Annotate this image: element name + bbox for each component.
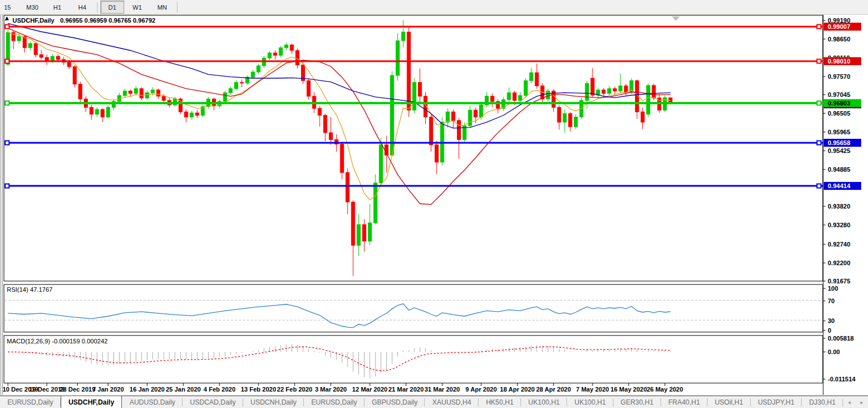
timeframe-button-h4[interactable]: H4 <box>70 1 94 14</box>
candle-bear <box>535 73 539 86</box>
candle-bull <box>357 224 361 245</box>
timeframe-button-m30[interactable]: M30 <box>20 1 44 14</box>
candle-bear <box>452 112 455 120</box>
candle-bull <box>646 86 650 114</box>
date-axis-label: 22 Feb 2020 <box>277 386 312 393</box>
candle-bear <box>652 86 655 98</box>
candle-bear <box>296 50 299 65</box>
candle-bear <box>73 67 77 84</box>
symbol-tab-eurusd-daily[interactable]: EURUSD,Daily <box>304 396 365 408</box>
symbol-tab-xauusd-h4[interactable]: XAUUSD,H4 <box>425 396 479 408</box>
price-axis-label: 0.93280 <box>828 222 850 228</box>
level-handle-right[interactable] <box>817 184 821 188</box>
symbol-tab-uk100-h1[interactable]: UK100,H1 <box>567 396 613 408</box>
candle-bull <box>446 112 450 122</box>
price-axis-label: 0.92200 <box>828 260 850 266</box>
candle-bull <box>468 110 472 126</box>
chart-title: USDCHF,Daily0.96955 0.96959 0.96765 0.96… <box>12 17 155 24</box>
candle-bear <box>513 93 516 100</box>
symbol-tab-uk100-h1[interactable]: UK100,H1 <box>521 396 567 408</box>
level-price-badge: 0.95658 <box>828 139 850 146</box>
symbol-tab-dj30-h1[interactable]: DJ30,H1 <box>802 396 843 408</box>
candle-bear <box>156 90 160 96</box>
candle-bull <box>190 113 193 117</box>
candle-bear <box>162 96 166 100</box>
level-handle-right[interactable] <box>817 60 821 63</box>
date-axis-label: 12 Mar 2020 <box>352 386 387 393</box>
chart-symbol-label: USDCHF,Daily <box>12 17 54 24</box>
candle-bull <box>401 32 405 41</box>
candle-bull <box>368 223 371 241</box>
price-axis-label: 0.96505 <box>828 110 850 117</box>
candle-bull <box>107 107 110 117</box>
candle-bear <box>324 115 327 133</box>
date-axis-label: 16 Jan 2020 <box>130 386 165 393</box>
tab-scroll-right-icon[interactable]: ▸ <box>856 396 868 408</box>
candle-bull <box>285 45 288 48</box>
level-handle-left[interactable] <box>5 184 9 188</box>
date-axis-label: 16 May 2020 <box>611 386 647 393</box>
candle-bear <box>641 112 644 122</box>
candle-bear <box>557 107 561 122</box>
level-handle-left[interactable] <box>5 25 9 29</box>
level-handle-left[interactable] <box>5 141 9 144</box>
symbol-tab-usdcad-daily[interactable]: USDCAD,Daily <box>183 396 243 408</box>
symbol-tab-usdchf-daily[interactable]: USDCHF,Daily <box>61 396 122 408</box>
timeframe-button-15[interactable]: 15 <box>0 1 19 14</box>
symbol-tab-usoil-h1[interactable]: USOil,H1 <box>708 396 751 408</box>
tab-scroll-left-icon[interactable]: ◂ <box>843 396 856 408</box>
timeframe-button-d1[interactable]: D1 <box>100 1 124 14</box>
level-price-badge: 0.96803 <box>828 100 850 107</box>
main-price-plot[interactable] <box>4 15 823 281</box>
candle-bear <box>429 117 433 145</box>
date-axis-label: 25 Jan 2020 <box>166 386 201 393</box>
candle-bear <box>474 110 477 117</box>
level-handle-left[interactable] <box>5 60 9 63</box>
candle-bear <box>362 224 366 241</box>
chart-quote-values: 0.96955 0.96959 0.96765 0.96792 <box>60 17 155 24</box>
candle-bull <box>518 96 522 101</box>
symbol-tab-usdcnh-daily[interactable]: USDCNH,Daily <box>243 396 304 408</box>
level-handle-right[interactable] <box>817 25 821 29</box>
candle-bull <box>524 80 527 95</box>
symbol-tab-hk50-h1[interactable]: HK50,H1 <box>479 396 521 408</box>
date-axis-label: 4 Feb 2020 <box>204 386 235 393</box>
candle-bull <box>28 44 32 48</box>
symbol-tab-fra40-h1[interactable]: FRA40,H1 <box>661 396 708 408</box>
price-axis-label: 0.92740 <box>828 241 850 248</box>
symbol-tab-usdjpy-h1[interactable]: USDJPY,H1 <box>751 396 802 408</box>
candle-bull <box>151 90 154 93</box>
date-axis-label: 7 Jan 2020 <box>92 386 124 393</box>
candle-bull <box>574 117 578 127</box>
level-handle-right[interactable] <box>817 141 821 144</box>
timeframe-button-h1[interactable]: H1 <box>45 1 69 14</box>
date-axis-label: 28 Apr 2020 <box>536 386 571 393</box>
rsi-axis-label: 100 <box>828 285 838 292</box>
candle-bull <box>279 48 282 55</box>
timeframe-button-w1[interactable]: W1 <box>125 1 149 14</box>
timeframe-button-mn[interactable]: MN <box>150 1 174 14</box>
date-axis-label: 28 Dec 2019 <box>60 386 95 393</box>
macd-indicator-label: MACD(12,26,9) -0.000159 0.000242 <box>7 338 108 345</box>
date-axis-label: 13 Feb 2020 <box>241 386 276 393</box>
candle-bear <box>329 133 333 139</box>
price-axis-label: 0.97570 <box>828 73 850 80</box>
candle-bull <box>123 91 126 96</box>
candle-bull <box>608 88 611 94</box>
macd-plot[interactable] <box>4 335 823 383</box>
candle-bear <box>602 90 606 94</box>
level-handle-right[interactable] <box>817 101 821 105</box>
candle-bull <box>95 109 99 114</box>
symbol-tab-ger30-h1[interactable]: GER30,H1 <box>613 396 661 408</box>
symbol-tab-gbpusd-daily[interactable]: GBPUSD,Daily <box>365 396 425 408</box>
candle-bull <box>379 145 383 183</box>
chart-canvas[interactable]: 0.991900.986500.981100.975700.970450.965… <box>0 0 868 408</box>
candle-bear <box>196 113 199 115</box>
symbol-tab-audusd-daily[interactable]: AUDUSD,Daily <box>122 396 183 408</box>
candle-bear <box>613 88 616 91</box>
symbol-tab-eurusd-daily[interactable]: EURUSD,Daily <box>0 396 61 408</box>
candle-bull <box>134 88 138 94</box>
candle-bull <box>251 72 255 77</box>
level-handle-left[interactable] <box>5 101 9 105</box>
price-axis-label: 0.97045 <box>828 91 850 98</box>
